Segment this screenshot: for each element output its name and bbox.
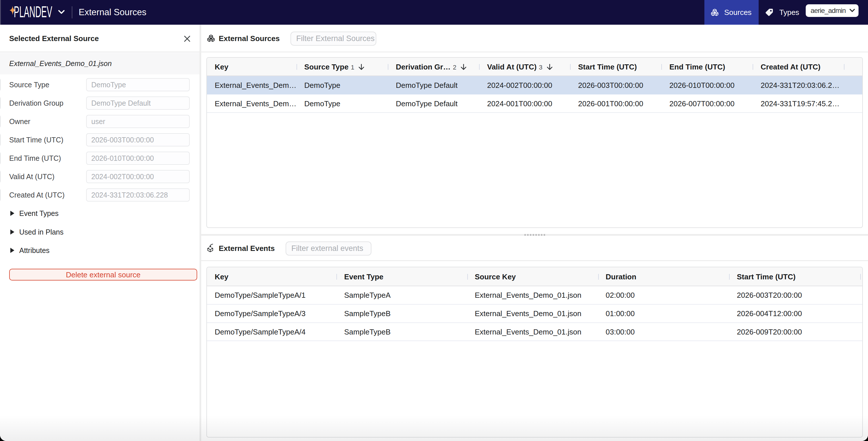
- svg-text:PLANDEV: PLANDEV: [14, 5, 52, 21]
